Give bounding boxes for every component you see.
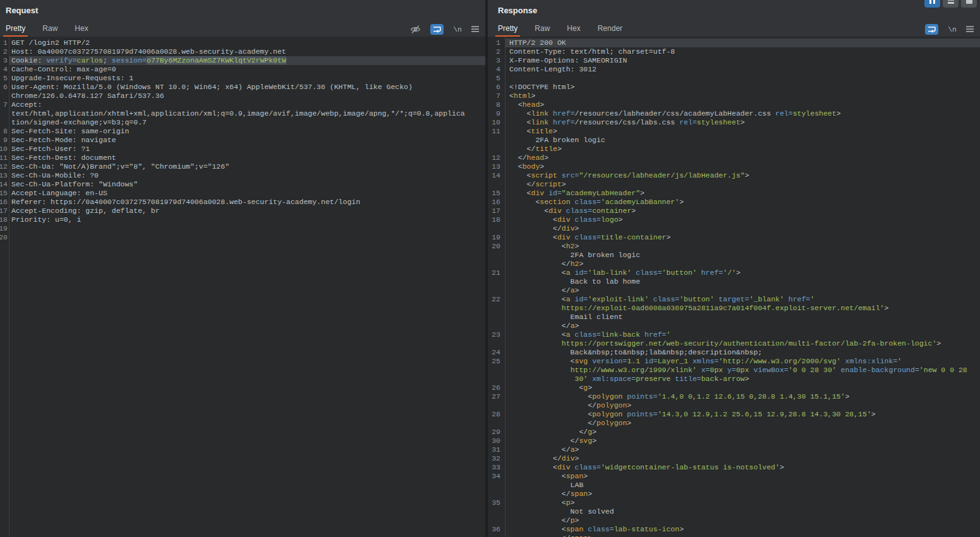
code-row: 8Sec-Fetch-Site: same-origin — [0, 127, 485, 136]
code-row: 7<html> — [488, 92, 980, 100]
word-wrap-icon[interactable] — [925, 24, 938, 35]
code-row: 26 <g> — [488, 383, 980, 392]
newline-icon[interactable]: \n — [453, 25, 462, 33]
request-panel-header: Request PrettyRawHex — [0, 0, 485, 37]
line-number: 14 — [488, 171, 505, 180]
code-line: Priority: u=0, i — [9, 215, 485, 224]
code-row: 16 <section class='academyLabBanner'> — [488, 198, 980, 207]
code-row: Not solved — [488, 507, 980, 516]
request-editor[interactable]: 1GET /login2 HTTP/22Host: 0a40007c037275… — [0, 37, 485, 537]
code-line: <link href=/resources/labheader/css/acad… — [505, 109, 980, 118]
line-number: 23 — [488, 330, 505, 339]
tab-raw[interactable]: Raw — [42, 20, 57, 37]
line-number: 36 — [488, 525, 505, 534]
code-line: <head> — [505, 100, 980, 109]
code-line: <polygon points='14.3,0 12.9,1.2 25.6,15… — [505, 410, 980, 419]
maximize-layout-icon[interactable] — [961, 0, 977, 8]
line-number: 21 — [488, 268, 505, 277]
line-number: 1 — [488, 39, 505, 47]
line-number: 13 — [488, 162, 505, 171]
tab-raw[interactable]: Raw — [535, 20, 550, 37]
code-row: 2FA broken logic — [488, 251, 980, 260]
code-row: 1HTTP/2 200 OK — [488, 39, 980, 47]
tab-hex[interactable]: Hex — [567, 20, 580, 37]
code-line: text/html,application/xhtml+xml,applicat… — [9, 109, 485, 118]
code-row: </script> — [488, 180, 980, 189]
code-row: Back to lab home — [488, 277, 980, 286]
code-line: <div class='widgetcontainer-lab-status i… — [505, 463, 980, 472]
newline-icon[interactable]: \n — [948, 25, 957, 33]
code-row: 16Referer: https://0a40007c0372757081979… — [0, 198, 485, 207]
tab-pretty[interactable]: Pretty — [6, 20, 25, 37]
menu-icon[interactable] — [471, 26, 479, 32]
line-number: 5 — [0, 74, 9, 83]
code-row: </span> — [488, 534, 980, 537]
menu-icon[interactable] — [966, 26, 974, 32]
line-number: 34 — [488, 472, 505, 481]
code-row: 34 <span> — [488, 472, 980, 481]
code-row: 6<!DOCTYPE html> — [488, 83, 980, 92]
code-line: </span> — [505, 490, 980, 498]
layout-controls — [924, 0, 977, 8]
response-editor[interactable]: 1HTTP/2 200 OK2Content-Type: text/html; … — [488, 37, 980, 537]
response-title: Response — [498, 6, 537, 15]
code-line: <link href=/resources/css/labs.css rel=s… — [505, 118, 980, 127]
code-row: 12 </head> — [488, 154, 980, 162]
word-wrap-icon[interactable] — [430, 24, 444, 35]
code-row: </div> — [488, 224, 980, 233]
line-number: 15 — [0, 189, 9, 198]
line-number: 25 — [488, 357, 505, 366]
code-row: 15Accept-Language: en-US — [0, 189, 485, 198]
code-row: 19 <div class=title-container> — [488, 233, 980, 242]
line-number: 12 — [0, 162, 9, 171]
code-row: 6User-Agent: Mozilla/5.0 (Windows NT 10.… — [0, 83, 485, 92]
code-row: LAB — [488, 481, 980, 490]
hide-nonprintable-icon[interactable] — [410, 25, 421, 34]
code-line: Accept: — [9, 100, 485, 109]
code-line: <title> — [505, 127, 980, 136]
line-number: 14 — [0, 180, 9, 189]
line-number — [488, 313, 505, 322]
code-line: </polygon> — [505, 401, 980, 410]
line-number: 22 — [488, 295, 505, 304]
columns-layout-icon[interactable] — [924, 0, 940, 8]
tab-pretty[interactable]: Pretty — [498, 20, 517, 37]
code-line: </a> — [505, 286, 980, 295]
line-number — [488, 260, 505, 268]
response-toolbar: \n — [925, 23, 974, 35]
line-number: 29 — [488, 428, 505, 437]
code-row: 19 — [0, 224, 485, 233]
line-number: 17 — [0, 207, 9, 215]
code-row: 17Accept-Encoding: gzip, deflate, br — [0, 207, 485, 215]
code-row: 18Priority: u=0, i — [0, 215, 485, 224]
code-line: Not solved — [505, 507, 980, 516]
line-number: 16 — [0, 198, 9, 207]
line-number: 3 — [488, 56, 505, 65]
code-line: </title> — [505, 145, 980, 154]
message-editor-window: Request PrettyRawHex — [0, 0, 980, 537]
code-row: 21 <a id='lab-link' class='button' href=… — [488, 268, 980, 277]
code-line: tion/signed-exchange;v=b3;q=0.7 — [9, 118, 485, 127]
rows-layout-icon[interactable] — [943, 0, 959, 8]
line-number — [488, 304, 505, 313]
code-line: Sec-Ch-Ua-Mobile: ?0 — [9, 171, 485, 180]
code-line: <g> — [505, 383, 980, 392]
code-row: 25 <svg version=1.1 id=Layer_1 xmlns='ht… — [488, 357, 980, 366]
code-line: X-Frame-Options: SAMEORIGIN — [505, 56, 980, 65]
tab-hex[interactable]: Hex — [75, 20, 88, 37]
code-row: 27 <polygon points='1.4,0 0,1.2 12.6,15 … — [488, 392, 980, 401]
code-row: 20 <h2> — [488, 242, 980, 251]
line-number: 8 — [488, 100, 505, 109]
code-row: 3Cookie: verify=carlos; session=o77By6MZ… — [0, 56, 485, 65]
tab-render[interactable]: Render — [598, 20, 622, 37]
line-number — [488, 490, 505, 498]
line-number: 6 — [0, 83, 9, 92]
code-line: Sec-Ch-Ua-Platform: "Windows" — [9, 180, 485, 189]
code-row: 3X-Frame-Options: SAMEORIGIN — [488, 56, 980, 65]
line-number: 30 — [488, 437, 505, 445]
line-number: 10 — [0, 145, 9, 154]
code-row: </a> — [488, 322, 980, 330]
code-line: <h2> — [505, 242, 980, 251]
code-line: </head> — [505, 154, 980, 162]
code-row: </polygon> — [488, 419, 980, 428]
